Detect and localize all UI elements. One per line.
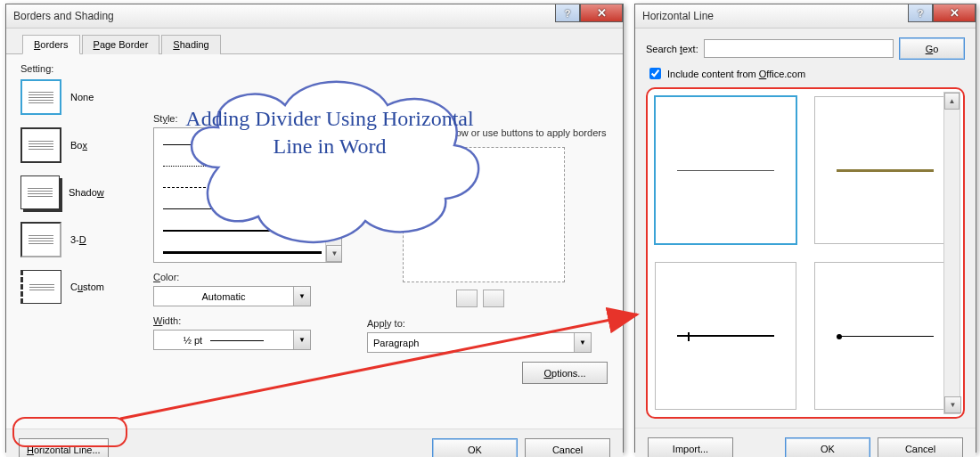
scroll-down-icon[interactable]: ▼ [944,396,961,413]
none-icon [20,79,61,115]
chevron-down-icon: ▼ [574,333,591,352]
tab-page-border[interactable]: Page Border [82,35,160,54]
ok-button[interactable]: OK [785,437,870,457]
scroll-up-icon[interactable]: ▲ [326,128,341,145]
color-label: Color: [153,272,363,282]
color-dropdown[interactable]: Automatic ▼ [153,286,311,306]
scroll-down-icon[interactable]: ▼ [326,245,342,262]
three-d-icon [20,222,61,257]
dialog-button-row: Import... OK Cancel [635,428,976,457]
gallery-item-1[interactable] [655,96,796,244]
gallery-scrollbar[interactable]: ▲ ▼ [943,92,960,414]
setting-box[interactable]: Box [20,127,136,163]
shadow-icon [20,175,60,209]
preview-btn-left[interactable] [456,290,478,307]
preview-note: Click on diagram below or use buttons to… [367,127,608,138]
apply-to-label: Apply to: [367,318,608,329]
style-listbox[interactable]: ▲ ▼ [153,127,342,263]
tab-shading[interactable]: Shading [161,35,220,54]
horizontal-line-button[interactable]: Horizontal Line... [19,438,109,457]
titlebar[interactable]: Borders and Shading ? ✕ [6,4,623,29]
close-icon: ✕ [950,6,960,20]
dialog-title: Borders and Shading [13,10,114,22]
style-label: Style: [153,113,363,124]
help-button[interactable]: ? [908,4,933,22]
borders-shading-dialog: Borders and Shading ? ✕ Borders Page Bor… [5,4,624,453]
close-icon: ✕ [597,6,607,20]
options-button[interactable]: Options... [522,362,608,384]
gallery-item-2[interactable] [814,96,956,244]
tab-borders[interactable]: Borders [22,35,80,54]
gallery-item-3[interactable] [655,262,796,410]
preview-diagram[interactable] [403,147,565,282]
close-button[interactable]: ✕ [933,4,976,22]
setting-custom[interactable]: Custom [20,270,136,304]
ok-button[interactable]: OK [432,438,518,457]
scroll-up-icon[interactable]: ▲ [944,93,960,110]
setting-shadow[interactable]: Shadow [20,175,136,209]
dialog-button-row: Horizontal Line... OK Cancel [6,428,623,457]
close-button[interactable]: ✕ [580,4,623,22]
gallery-item-4[interactable] [814,262,956,410]
search-input[interactable] [704,39,894,58]
include-office-label: Include content from Office.com [667,69,805,79]
style-scrollbar[interactable]: ▲ ▼ [325,128,341,262]
custom-icon [20,270,61,304]
help-button[interactable]: ? [555,4,580,22]
line-gallery: ▲ ▼ [646,87,965,419]
setting-label: Setting: [20,63,136,74]
width-label: Width: [153,315,363,326]
preview-btn-right[interactable] [483,290,504,307]
import-button[interactable]: Import... [648,437,733,457]
box-icon [20,127,61,163]
include-office-checkbox[interactable] [649,68,661,79]
setting-none[interactable]: None [20,79,136,115]
search-label: Search text: [646,44,698,54]
dialog-title: Horizontal Line [642,10,714,22]
setting-3d[interactable]: 3-D [20,222,136,257]
cancel-button[interactable]: Cancel [878,437,963,457]
chevron-down-icon: ▼ [293,331,310,349]
width-dropdown[interactable]: ½ pt ▼ [153,330,311,350]
titlebar[interactable]: Horizontal Line ? ✕ [635,4,976,29]
tab-strip: Borders Page Border Shading [6,29,623,54]
horizontal-line-dialog: Horizontal Line ? ✕ Search text: Go Incl… [634,4,976,453]
chevron-down-icon: ▼ [293,287,310,306]
go-button[interactable]: Go [899,37,965,60]
apply-to-dropdown[interactable]: Paragraph ▼ [367,332,592,353]
cancel-button[interactable]: Cancel [525,438,610,457]
